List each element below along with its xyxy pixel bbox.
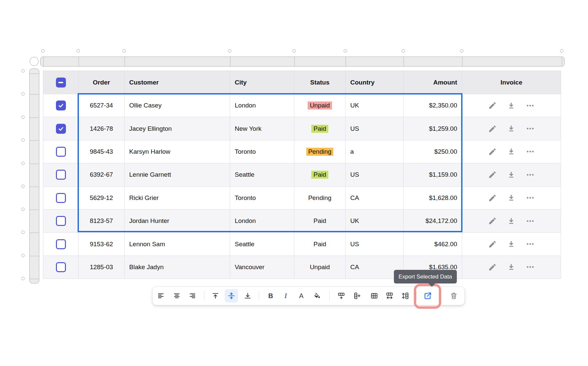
cell-status[interactable]: Pending	[294, 140, 346, 163]
row-select-cell[interactable]	[43, 117, 79, 140]
insert-row-button[interactable]	[335, 289, 348, 302]
merge-cells-button[interactable]	[368, 289, 381, 302]
cell-status[interactable]: Pending	[294, 186, 346, 209]
cell-customer[interactable]: Ricki Grier	[125, 186, 230, 209]
cell-status[interactable]: Unpaid	[294, 256, 346, 278]
cell-customer[interactable]: Jordan Hunter	[125, 209, 230, 232]
cell-customer[interactable]: Lennon Sam	[125, 233, 230, 256]
cell-amount[interactable]: $462.00	[404, 233, 462, 256]
download-invoice-button[interactable]	[507, 101, 515, 110]
cell-amount[interactable]: $250.00	[404, 140, 462, 163]
row-handle-dot[interactable]	[21, 115, 25, 119]
cell-order[interactable]: 9845-43	[79, 140, 125, 163]
cell-customer[interactable]: Karsyn Harlow	[125, 140, 230, 163]
more-actions-button[interactable]	[526, 263, 535, 272]
edit-invoice-button[interactable]	[488, 124, 497, 133]
cell-city[interactable]: Seattle	[230, 163, 294, 186]
text-color-button[interactable]: A	[295, 289, 308, 302]
column-handle-dot[interactable]	[402, 49, 405, 53]
row-checkbox[interactable]	[56, 147, 66, 157]
edit-invoice-button[interactable]	[488, 194, 497, 202]
row-checkbox[interactable]	[56, 239, 66, 249]
edit-invoice-button[interactable]	[488, 217, 497, 225]
more-actions-button[interactable]	[526, 170, 535, 179]
edit-invoice-button[interactable]	[488, 263, 497, 272]
cell-city[interactable]: London	[230, 94, 294, 117]
align-right-button[interactable]	[186, 289, 199, 302]
cell-country[interactable]: a	[346, 140, 404, 163]
cell-city[interactable]: Toronto	[230, 186, 294, 209]
edit-invoice-button[interactable]	[488, 147, 497, 156]
cell-order[interactable]: 5629-12	[79, 186, 125, 209]
column-header-city[interactable]: City	[230, 71, 294, 94]
cell-status[interactable]: Unpaid	[294, 94, 346, 117]
cell-order[interactable]: 6527-34	[79, 94, 125, 117]
column-header-status[interactable]: Status	[294, 71, 346, 94]
cell-order[interactable]: 1285-03	[79, 256, 125, 278]
cell-city[interactable]: Toronto	[230, 140, 294, 163]
cell-status[interactable]: Paid	[294, 233, 346, 256]
column-handle-dot[interactable]	[460, 49, 463, 53]
row-checkbox[interactable]	[56, 170, 66, 180]
row-handle-dot[interactable]	[21, 185, 25, 188]
row-select-cell[interactable]	[43, 94, 79, 117]
cell-customer[interactable]: Ollie Casey	[125, 94, 230, 117]
cell-country[interactable]: US	[346, 233, 404, 256]
column-handle-dot[interactable]	[41, 49, 45, 53]
column-handle-dot[interactable]	[77, 49, 80, 53]
row-reference-bar[interactable]	[29, 69, 39, 283]
row-handle-dot[interactable]	[21, 208, 25, 211]
edit-invoice-button[interactable]	[488, 240, 497, 249]
column-handle-dot[interactable]	[292, 49, 296, 53]
download-invoice-button[interactable]	[507, 217, 515, 225]
delete-button[interactable]	[447, 289, 460, 302]
cell-city[interactable]: London	[230, 209, 294, 232]
cell-city[interactable]: Seattle	[230, 233, 294, 256]
download-invoice-button[interactable]	[507, 124, 515, 133]
bold-button[interactable]: B	[264, 289, 277, 302]
download-invoice-button[interactable]	[507, 147, 515, 156]
cell-status[interactable]: Paid	[294, 163, 346, 186]
cell-amount[interactable]: $2,350.00	[404, 94, 462, 117]
cell-country[interactable]: UK	[346, 209, 404, 232]
italic-button[interactable]: I	[279, 289, 292, 302]
download-invoice-button[interactable]	[507, 171, 515, 179]
more-actions-button[interactable]	[526, 147, 535, 156]
row-checkbox[interactable]	[56, 100, 66, 110]
cell-amount[interactable]: $1,159.00	[404, 163, 462, 186]
more-actions-button[interactable]	[526, 101, 535, 110]
select-all-cell[interactable]	[43, 71, 79, 94]
cell-amount[interactable]: $24,172.00	[404, 209, 462, 232]
more-actions-button[interactable]	[526, 217, 535, 226]
cell-status[interactable]: Paid	[294, 209, 346, 232]
edit-invoice-button[interactable]	[488, 170, 497, 179]
export-button[interactable]	[421, 289, 435, 302]
vertical-align-middle-button[interactable]	[225, 289, 238, 302]
more-actions-button[interactable]	[526, 124, 535, 133]
distribute-rows-button[interactable]	[399, 289, 412, 302]
row-checkbox[interactable]	[56, 262, 66, 272]
cell-country[interactable]: US	[346, 117, 404, 140]
cell-country[interactable]: UK	[346, 94, 404, 117]
cell-order[interactable]: 6392-67	[79, 163, 125, 186]
download-invoice-button[interactable]	[507, 194, 515, 202]
cell-customer[interactable]: Blake Jadyn	[125, 256, 230, 278]
row-handle-dot[interactable]	[21, 231, 25, 234]
row-select-cell[interactable]	[43, 186, 79, 209]
row-handle-dot[interactable]	[21, 162, 25, 165]
cell-order[interactable]: 9153-62	[79, 233, 125, 256]
more-actions-button[interactable]	[526, 240, 535, 249]
vertical-align-bottom-button[interactable]	[241, 289, 254, 302]
select-all-checkbox[interactable]	[56, 78, 66, 88]
row-handle-dot[interactable]	[21, 254, 25, 257]
column-handle-dot[interactable]	[344, 49, 347, 53]
row-checkbox[interactable]	[56, 216, 66, 226]
column-header-amount[interactable]: Amount	[404, 71, 462, 94]
align-center-button[interactable]	[170, 289, 183, 302]
row-checkbox[interactable]	[56, 193, 66, 203]
row-select-cell[interactable]	[43, 163, 79, 186]
insert-column-button[interactable]	[351, 289, 364, 302]
row-handle-dot[interactable]	[21, 69, 25, 73]
column-reference-bar[interactable]	[40, 57, 565, 67]
cell-amount[interactable]: $1,259.00	[404, 117, 462, 140]
